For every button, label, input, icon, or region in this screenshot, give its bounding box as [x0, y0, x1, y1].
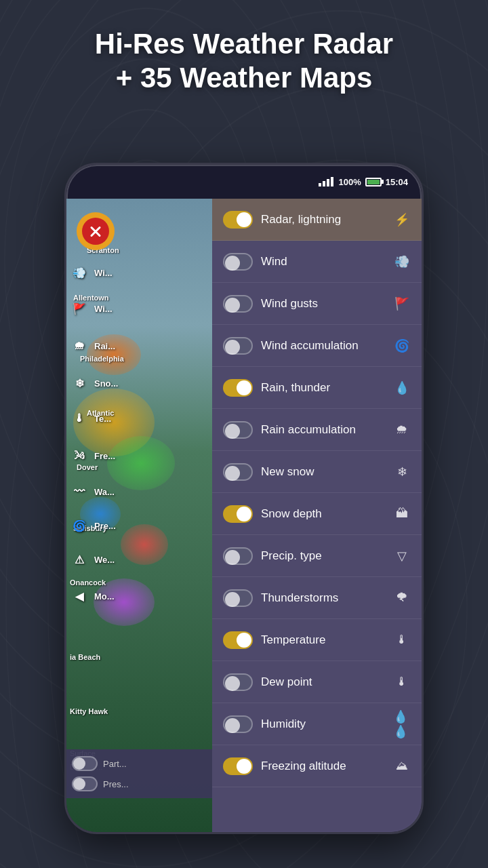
- toggle-temperature[interactable]: [223, 631, 253, 649]
- back-icon: ◀: [70, 587, 89, 606]
- clock: 15:04: [386, 177, 408, 187]
- wave-icon: 〰: [70, 482, 89, 501]
- menu-label-freezing-altitude: Freezing altitude: [261, 760, 385, 773]
- status-bar: 100% 15:04: [66, 172, 422, 192]
- menu-label-wind: Wind: [261, 255, 385, 269]
- menu-item-wind-gusts[interactable]: Wind gusts 🚩: [212, 283, 422, 325]
- left-menu-precip[interactable]: 🌀 Pre...: [70, 516, 116, 535]
- menu-label-rain-accumulation: Rain accumulation: [261, 423, 385, 437]
- left-menu-more[interactable]: ◀ Mo...: [70, 587, 115, 606]
- menu-label-thunderstorms: Thunderstorms: [261, 591, 385, 605]
- menu-label-temperature: Temperature: [261, 633, 385, 647]
- toggle-snow-depth[interactable]: [223, 505, 253, 523]
- wind-icon: 💨: [70, 263, 89, 282]
- rain-icon: 🌧: [70, 336, 89, 355]
- left-menu-rain[interactable]: 🌧 Rai...: [70, 336, 115, 355]
- close-button[interactable]: ⚡: [77, 212, 115, 250]
- rain-thunder-icon: 💧: [393, 379, 411, 397]
- toggle-part[interactable]: [72, 756, 98, 771]
- menu-item-wind-accumulation[interactable]: Wind accumulation 🌀: [212, 325, 422, 367]
- page-title: Hi-Res Weather Radar + 35 Weather Maps: [0, 27, 488, 96]
- thunderstorms-icon: 🌪: [393, 589, 411, 607]
- menu-label-wind-accumulation: Wind accumulation: [261, 339, 385, 353]
- menu-item-rain-thunder[interactable]: Rain, thunder 💧: [212, 367, 422, 409]
- wind-menu-icon: 💨: [393, 253, 411, 271]
- menu-item-thunderstorms[interactable]: Thunderstorms 🌪: [212, 577, 422, 619]
- menu-item-snow-depth[interactable]: Snow depth 🏔: [212, 493, 422, 535]
- signal-icon: [319, 177, 333, 186]
- map-area: Scranton Allentown Philadelphia Atlantic…: [66, 199, 212, 832]
- toggle-rain-thunder[interactable]: [223, 379, 253, 397]
- menu-label-rain-thunder: Rain, thunder: [261, 381, 385, 395]
- menu-item-wind[interactable]: Wind 💨: [212, 241, 422, 283]
- left-menu-windgusts[interactable]: 🚩 Wi...: [70, 299, 113, 318]
- lightning-icon: ⚡: [393, 211, 411, 229]
- menu-label-new-snow: New snow: [261, 465, 385, 479]
- menu-item-dew-point[interactable]: Dew point 🌡: [212, 661, 422, 703]
- humidity-icon: 💧💧: [393, 715, 411, 733]
- left-menu-snow[interactable]: ❄ Sno...: [70, 374, 118, 393]
- rain-accum-icon: 🌧: [393, 421, 411, 439]
- menu-label-snow-depth: Snow depth: [261, 507, 385, 521]
- menu-item-precip-type[interactable]: Precip. type ▽: [212, 535, 422, 577]
- menu-item-new-snow[interactable]: New snow ❄: [212, 451, 422, 493]
- toggle-new-snow[interactable]: [223, 463, 253, 481]
- bottom-overlay: Part... Pres...: [66, 749, 212, 798]
- new-snow-icon: ❄: [393, 463, 411, 481]
- menu-item-rain-accumulation[interactable]: Rain accumulation 🌧: [212, 409, 422, 451]
- toggle-pres[interactable]: [72, 776, 98, 791]
- freeze-icon: 🌬: [70, 446, 89, 465]
- menu-item-radar-lightning[interactable]: Radar, lightning ⚡: [212, 199, 422, 241]
- close-icon[interactable]: [82, 218, 109, 245]
- bottom-item-part[interactable]: Part...: [72, 753, 207, 774]
- toggle-thunderstorms[interactable]: [223, 589, 253, 607]
- city-philadelphia: Philadelphia: [80, 355, 124, 363]
- freezing-alt-icon: ⛰: [393, 757, 411, 775]
- toggle-precip-type[interactable]: [223, 547, 253, 565]
- temp-icon: 🌡: [70, 409, 89, 428]
- menu-label-humidity: Humidity: [261, 717, 385, 731]
- radar-patch-3: [107, 436, 175, 490]
- dew-point-icon: 🌡: [393, 673, 411, 691]
- left-menu-wave[interactable]: 〰 Wa...: [70, 482, 115, 501]
- left-menu-freeze[interactable]: 🌬 Fre...: [70, 446, 115, 465]
- toggle-freezing-altitude[interactable]: [223, 757, 253, 775]
- toggle-radar-lightning[interactable]: [223, 211, 253, 229]
- city-vabeach: ia Beach: [70, 653, 100, 661]
- phone-content: Scranton Allentown Philadelphia Atlantic…: [66, 199, 422, 832]
- city-kittyhawk: Kitty Hawk: [70, 707, 108, 715]
- title-area: Hi-Res Weather Radar + 35 Weather Maps: [0, 27, 488, 96]
- accumulation-icon: 🌀: [393, 337, 411, 355]
- toggle-humidity[interactable]: [223, 715, 253, 733]
- right-panel-menu: Radar, lightning ⚡ Wind 💨 Wind gusts 🚩: [212, 199, 422, 832]
- gusts-icon: 🚩: [393, 295, 411, 313]
- battery-percent: 100%: [339, 177, 361, 187]
- precip-icon: 🌀: [70, 516, 89, 535]
- snow-depth-icon: 🏔: [393, 505, 411, 523]
- toggle-wind-accumulation[interactable]: [223, 337, 253, 355]
- menu-label-radar-lightning: Radar, lightning: [261, 213, 385, 226]
- left-menu-wind[interactable]: 💨 Wi...: [70, 263, 113, 282]
- battery-icon: [365, 178, 382, 186]
- menu-label-precip-type: Precip. type: [261, 549, 385, 563]
- snow-icon: ❄: [70, 374, 89, 393]
- warning-icon: ⚠: [70, 550, 89, 569]
- toggle-wind[interactable]: [223, 253, 253, 271]
- toggle-dew-point[interactable]: [223, 673, 253, 691]
- toggle-rain-accumulation[interactable]: [223, 421, 253, 439]
- left-menu-warning[interactable]: ⚠ We...: [70, 550, 115, 569]
- left-menu-temp[interactable]: 🌡 Te...: [70, 409, 111, 428]
- city-onancock: Onancock: [70, 578, 106, 587]
- menu-item-freezing-altitude[interactable]: Freezing altitude ⛰: [212, 745, 422, 787]
- menu-label-wind-gusts: Wind gusts: [261, 297, 385, 311]
- menu-item-temperature[interactable]: Temperature 🌡: [212, 619, 422, 661]
- phone-frame: 100% 15:04 Scranton Allentown Philadelph…: [64, 163, 424, 834]
- precip-type-icon: ▽: [393, 547, 411, 565]
- toggle-wind-gusts[interactable]: [223, 295, 253, 313]
- bottom-item-pres[interactable]: Pres...: [72, 774, 207, 794]
- flag-icon: 🚩: [70, 299, 89, 318]
- temperature-icon: 🌡: [393, 631, 411, 649]
- menu-label-dew-point: Dew point: [261, 675, 385, 689]
- menu-item-humidity[interactable]: Humidity 💧💧: [212, 703, 422, 745]
- radar-patch-5: [121, 524, 168, 565]
